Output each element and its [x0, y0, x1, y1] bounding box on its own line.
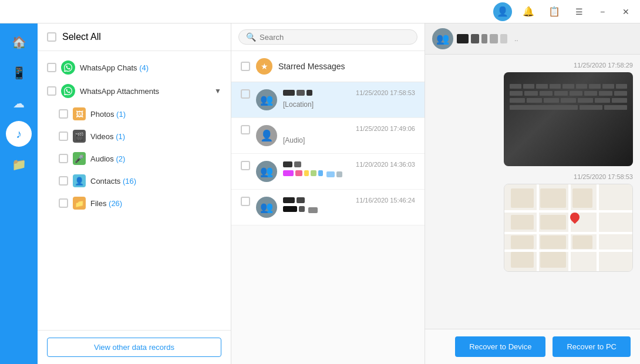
recover-to-device-button[interactable]: Recover to Device — [455, 336, 545, 357]
tree-item-audios[interactable]: 🎤 Audios (2) — [38, 147, 231, 170]
whatsapp-chats-checkbox[interactable] — [47, 63, 56, 72]
message-item[interactable]: 👤 11/25/2020 17:49:06 [Audio] — [231, 118, 425, 154]
audios-icon: 🎤 — [73, 152, 86, 165]
tree-item-files[interactable]: 📁 Files (26) — [38, 192, 231, 214]
message-3-time: 11/20/2020 14:36:03 — [356, 161, 415, 168]
tree-item-contacts[interactable]: 👤 Contacts (16) — [38, 170, 231, 192]
right-panel-contact-avatar: 👥 — [432, 28, 453, 49]
sidebar-item-music[interactable]: ♪ — [6, 121, 32, 147]
keyboard-row-4 — [510, 105, 627, 110]
close-button[interactable]: ✕ — [618, 4, 634, 20]
message-3-avatar: 👥 — [256, 161, 277, 182]
view-other-records-button[interactable]: View other data records — [47, 338, 221, 357]
tree-item-photos[interactable]: 🖼 Photos (1) — [38, 103, 231, 125]
message-3-meta: 11/20/2020 14:36:03 — [283, 161, 415, 168]
message-4-avatar: 👥 — [256, 197, 277, 218]
dots-label: .. — [514, 35, 518, 43]
photo-timestamp: 11/25/2020 17:58:29 — [574, 62, 633, 69]
message-2-meta: 11/25/2020 17:49:06 — [283, 125, 415, 132]
select-all-header: Select All — [38, 23, 231, 51]
message-3-checkbox[interactable] — [241, 161, 250, 170]
message-item[interactable]: 👥 11/16/2020 15:46:24 — [231, 190, 425, 225]
message-4-content: 11/16/2020 15:46:24 — [283, 197, 415, 217]
videos-checkbox[interactable] — [59, 132, 68, 141]
titlebar-icons: 👤 🔔 📋 ☰ − ✕ — [493, 2, 634, 21]
right-panel-footer: Recover to Device Recover to PC — [425, 329, 640, 364]
message-1-content: 11/25/2020 17:58:53 [Location] — [283, 89, 415, 109]
files-checkbox[interactable] — [59, 198, 68, 208]
notification-icon[interactable]: 🔔 — [519, 2, 538, 21]
message-2-time: 11/25/2020 17:49:06 — [356, 125, 415, 132]
message-1-preview: [Location] — [283, 100, 314, 109]
left-panel: Select All WhatsApp Chats (4) — [38, 23, 231, 364]
select-all-checkbox[interactable] — [47, 32, 56, 42]
whatsapp-chats-icon — [61, 60, 75, 75]
middle-panel: 🔍 ★ Starred Messages 👥 — [231, 23, 425, 364]
tree-item-videos[interactable]: 🎬 Videos (1) — [38, 125, 231, 147]
whatsapp-attachments-label: WhatsApp Attachments — [80, 87, 210, 96]
message-4-preview-blocks — [283, 206, 415, 217]
location-bubble: 11/25/2020 17:58:53 — [432, 173, 633, 272]
photos-checkbox[interactable] — [59, 109, 68, 119]
photo-bubble: 11/25/2020 17:58:29 — [432, 62, 633, 166]
files-icon: 📁 — [73, 197, 86, 210]
select-all-label: Select All — [62, 32, 101, 42]
chat-image-keyboard — [504, 72, 633, 166]
attachments-chevron: ▼ — [214, 87, 221, 95]
message-3-preview-blocks — [283, 170, 415, 181]
titlebar: 👤 🔔 📋 ☰ − ✕ — [0, 0, 640, 23]
right-panel-top: 👥 .. — [425, 23, 640, 55]
right-panel-content: 11/25/2020 17:58:29 — [425, 55, 640, 329]
tree-items: WhatsApp Chats (4) WhatsApp Attachments … — [38, 51, 231, 330]
map-container — [504, 184, 633, 272]
message-1-name-blocks — [283, 90, 312, 96]
sidebar-item-home[interactable]: 🏠 — [6, 29, 32, 55]
sidebar: 🏠 📱 ☁ ♪ 📁 — [0, 23, 38, 364]
message-2-content: 11/25/2020 17:49:06 [Audio] — [283, 125, 415, 145]
search-input[interactable] — [260, 33, 410, 42]
keyboard-row-2 — [510, 91, 627, 96]
tree-item-whatsapp-attachments[interactable]: WhatsApp Attachments ▼ — [38, 79, 231, 103]
photos-label: Photos (1) — [90, 110, 221, 119]
user-avatar-icon[interactable]: 👤 — [493, 2, 512, 21]
search-bar: 🔍 — [231, 23, 425, 51]
menu-icon[interactable]: ☰ — [571, 4, 587, 20]
right-panel: 👥 .. 11/25/2020 17:58:29 — [425, 23, 640, 364]
message-4-time: 11/16/2020 15:46:24 — [356, 197, 415, 204]
sidebar-item-cloud[interactable]: ☁ — [6, 90, 32, 116]
keyboard-row-3 — [510, 98, 627, 103]
files-label: Files (26) — [90, 199, 221, 208]
document-icon[interactable]: 📋 — [545, 2, 564, 21]
recover-to-pc-button[interactable]: Recover to PC — [553, 336, 631, 357]
audios-label: Audios (2) — [90, 154, 221, 163]
message-2-preview: [Audio] — [283, 136, 305, 144]
keyboard-rows — [510, 84, 627, 110]
sidebar-item-phone[interactable]: 📱 — [6, 60, 32, 86]
search-icon: 🔍 — [246, 32, 256, 42]
contacts-icon: 👤 — [73, 174, 86, 187]
minimize-button[interactable]: − — [594, 4, 611, 20]
starred-messages-checkbox[interactable] — [241, 62, 250, 71]
whatsapp-attachments-checkbox[interactable] — [47, 86, 56, 96]
content-area: Select All WhatsApp Chats (4) — [38, 23, 640, 364]
main-container: 🏠 📱 ☁ ♪ 📁 Select All WhatsApp Chats (4) — [0, 23, 640, 364]
audios-checkbox[interactable] — [59, 154, 68, 163]
message-item[interactable]: 👥 11/20/2020 14:36:03 — [231, 154, 425, 190]
message-1-meta: 11/25/2020 17:58:53 — [283, 89, 415, 96]
contacts-checkbox[interactable] — [59, 176, 68, 186]
contacts-label: Contacts (16) — [90, 177, 221, 186]
map-background — [504, 184, 632, 271]
message-4-checkbox[interactable] — [241, 197, 250, 206]
message-item[interactable]: 👥 11/25/2020 17:58:53 [Location] — [231, 82, 425, 118]
whatsapp-chats-label: WhatsApp Chats (4) — [80, 63, 221, 72]
sidebar-item-folder[interactable]: 📁 — [6, 151, 32, 177]
message-2-checkbox[interactable] — [241, 125, 250, 134]
tree-item-whatsapp-chats[interactable]: WhatsApp Chats (4) — [38, 56, 231, 79]
message-1-checkbox[interactable] — [241, 89, 250, 99]
right-panel-name-blocks: .. — [457, 34, 633, 43]
message-4-name-blocks — [283, 197, 305, 203]
search-input-wrapper: 🔍 — [238, 29, 417, 45]
message-4-meta: 11/16/2020 15:46:24 — [283, 197, 415, 204]
message-3-name-blocks — [283, 161, 301, 167]
keyboard-row-1 — [510, 84, 627, 89]
